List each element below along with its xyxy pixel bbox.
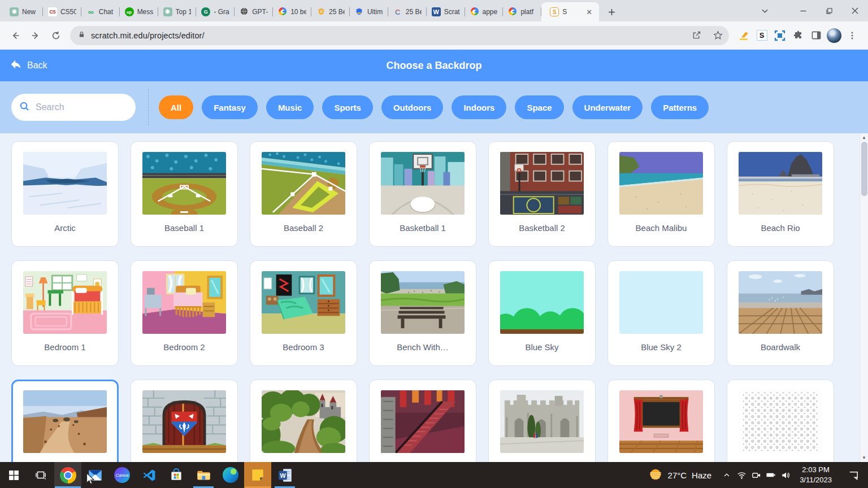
maximize-button[interactable] [816,0,842,21]
taskbar-file-explorer-icon[interactable] [190,462,217,488]
filter-pill-patterns[interactable]: Patterns [651,95,709,119]
browser-tab-cs50[interactable]: CSCS50 [43,2,81,21]
bookmark-star-icon[interactable] [710,28,726,43]
filter-pill-all[interactable]: All [159,95,193,119]
profile-avatar[interactable] [826,28,842,43]
scrollbar-thumb[interactable] [861,142,867,196]
backdrop-card-bedroom-2[interactable]: Bedroom 2 [131,260,238,366]
bedroom-2-thumbnail [142,271,226,334]
new-tab-button[interactable] [604,4,619,20]
backdrop-card-blue-sky-2[interactable]: Blue Sky 2 [607,260,715,366]
backdrop-card-chalkboard[interactable] [607,380,715,462]
scroll-up-icon[interactable]: ▲ [860,133,868,142]
scroll-down-icon[interactable]: ▼ [860,454,868,462]
browser-tab-10-be[interactable]: 10 be [273,2,311,21]
chalkboard-thumbnail [619,390,703,453]
boardwalk-thumbnail [739,271,822,334]
taskbar-start-icon[interactable] [0,462,27,488]
side-panel-icon[interactable] [808,28,824,43]
close-window-button[interactable] [842,0,868,21]
backdrop-card-baseball-1[interactable]: Baseball 1 [131,141,238,247]
backdrop-card-beach-malibu[interactable]: Beach Malibu [607,141,715,247]
backdrop-modal-header: Back Choose a Backdrop [0,50,868,81]
taskbar-chrome-icon[interactable] [54,462,81,488]
taskbar-sticky-notes-icon[interactable] [244,462,271,488]
extensions-puzzle-icon[interactable] [790,28,806,43]
backdrop-card-basketball-2[interactable]: Basketball 2 [488,141,596,247]
browser-tab-s[interactable]: SS✕ [541,2,599,21]
bedroom-1-thumbnail [23,271,107,334]
backdrop-card-bedroom-1[interactable]: Bedroom 1 [11,260,119,366]
menu-kebab-icon[interactable] [844,28,860,43]
filter-pill-sports[interactable]: Sports [322,95,373,119]
s-extension-icon[interactable]: S [754,28,770,43]
browser-tab-platf[interactable]: platf [503,2,541,21]
taskbar-word-icon[interactable]: W [271,462,298,488]
backdrop-card-arctic[interactable]: Arctic [11,141,119,247]
backdrop-card-baseball-2[interactable]: Baseball 2 [250,141,357,247]
filter-pill-space[interactable]: Space [515,95,563,119]
browser-tab-mess[interactable]: upMess [120,2,158,21]
browser-tab-gpt[interactable]: GPT- [235,2,273,21]
tab-close-icon[interactable]: ✕ [584,7,594,17]
taskbar-microsoft-store-icon[interactable] [163,462,190,488]
back-icon[interactable] [6,26,25,45]
search-box[interactable] [11,94,136,121]
lock-icon [78,30,85,41]
browser-tab-ultim[interactable]: Ultim [350,2,388,21]
backdrop-library: ArcticBaseball 1Baseball 2Basketball 1Ba… [0,133,868,462]
backdrop-name: Baseball 1 [164,223,204,233]
hidden-icons-chevron-icon[interactable] [719,465,734,485]
action-center-icon[interactable] [842,462,865,488]
browser-tab-appe[interactable]: appe [465,2,504,21]
browser-tab-scrat[interactable]: WScrat [427,2,465,21]
minimize-button[interactable] [790,0,816,21]
battery-icon[interactable] [763,465,778,485]
backdrop-card-beach-rio[interactable]: Beach Rio [727,141,834,247]
filter-pill-underwater[interactable]: Underwater [572,95,643,119]
backdrop-card-castle-stone[interactable] [488,380,596,462]
taskbar-canva-icon[interactable]: Canva [108,462,136,488]
backdrop-card-bench[interactable]: Bench With… [369,260,476,366]
browser-tab-chat[interactable]: ∞Chat [81,2,120,21]
backdrop-card-basketball-1[interactable]: Basketball 1 [369,141,476,247]
reload-icon[interactable] [46,26,66,45]
backdrop-card-dot-pattern[interactable] [727,380,834,462]
address-bar[interactable]: scratch.mit.edu/projects/editor/ [70,26,729,45]
search-input[interactable] [36,102,109,112]
taskbar-task-view-icon[interactable] [27,462,54,488]
screen-capture-extension-icon[interactable] [772,28,788,43]
meet-now-camera-icon[interactable] [749,465,763,485]
backdrop-card-castle-stairs[interactable] [369,380,476,462]
wifi-icon[interactable] [734,465,749,485]
back-button[interactable]: Back [10,59,47,72]
url-text[interactable]: scratch.mit.edu/projects/editor/ [91,31,683,40]
scrollbar[interactable]: ▲ ▼ [860,133,868,462]
weather-widget[interactable]: 27°C Haze [641,467,719,483]
browser-tab-25-be[interactable]: 25 Be [311,2,350,21]
backdrop-card-castle-doors[interactable] [131,380,238,462]
backdrop-card-boardwalk[interactable]: Boardwalk [727,260,834,366]
taskbar-vs-code-icon[interactable] [136,462,163,488]
filter-pill-fantasy[interactable]: Fantasy [202,95,258,119]
browser-tab-strip: NewCSCS50∞ChatupMessTop 1G- GraGPT-10 be… [0,0,868,21]
backdrop-card-forest-castle[interactable] [250,380,357,462]
tab-search-chevron-icon[interactable] [755,0,774,21]
backdrop-card-blue-sky[interactable]: Blue Sky [488,260,596,366]
filter-pill-indoors[interactable]: Indoors [452,95,506,119]
forward-icon[interactable] [26,26,45,45]
browser-tab-new[interactable]: New [5,2,43,21]
browser-tab-gra[interactable]: G- Gra [196,2,235,21]
filter-pill-outdoors[interactable]: Outdoors [381,95,444,119]
taskbar-mail-icon[interactable] [81,462,108,488]
taskbar-clock[interactable]: 2:03 PM 3/11/2023 [794,465,837,485]
taskbar-edge-icon[interactable] [217,462,244,488]
highlighter-extension-icon[interactable] [736,28,752,43]
backdrop-card-canyon[interactable] [11,380,119,462]
browser-tab-top-1[interactable]: Top 1 [158,2,197,21]
volume-icon[interactable] [778,465,793,485]
filter-pill-music[interactable]: Music [266,95,314,119]
share-icon[interactable] [688,28,704,43]
browser-tab-25-be[interactable]: C25 Be [388,2,427,21]
backdrop-card-bedroom-3[interactable]: Bedroom 3 [250,260,357,366]
